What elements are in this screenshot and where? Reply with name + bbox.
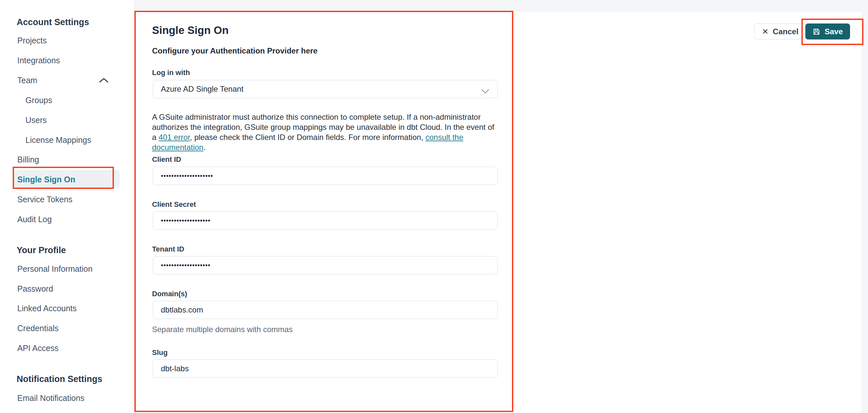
description-text: , please check the Client ID or Domain f… [190,133,426,141]
save-floppy-icon [812,28,820,36]
sidebar-item-api-access[interactable]: API Access [17,344,58,353]
sidebar-item-groups[interactable]: Groups [26,96,52,105]
domains-label: Domain(s) [152,290,187,298]
tenant-id-label: Tenant ID [152,245,184,253]
sidebar-item-license-mappings[interactable]: License Mappings [26,135,91,145]
chevron-down-icon [481,87,490,96]
domains-helper-text: Separate multiple domains with commas [152,325,293,334]
sidebar-section-your-profile: Your Profile [17,245,66,255]
sidebar-section-account-settings: Account Settings [17,17,89,27]
client-id-label: Client ID [152,155,181,164]
sidebar-item-credentials[interactable]: Credentials [17,324,58,333]
page-subtitle: Configure your Authentication Provider h… [152,46,317,56]
sidebar-item-users[interactable]: Users [26,116,46,125]
sidebar-item-projects[interactable]: Projects [17,36,46,45]
client-secret-input[interactable] [153,212,498,230]
login-with-value: Azure AD Single Tenant [161,85,243,94]
provider-description: A GSuite administrator must authorize th… [152,112,501,152]
sidebar-item-integrations[interactable]: Integrations [17,56,60,65]
single-sign-on-panel: Single Sign On Configure your Authentica… [134,12,862,413]
sidebar-item-email-notifications[interactable]: Email Notifications [17,393,85,403]
domains-input[interactable] [153,301,498,319]
401-error-link[interactable]: 401 error [159,133,190,141]
chevron-up-icon[interactable] [99,77,108,85]
sidebar-section-notification-settings: Notification Settings [17,374,102,384]
main-area: Single Sign On Configure your Authentica… [134,0,868,413]
slug-label: Slug [152,348,168,357]
cancel-button-label: Cancel [773,27,799,36]
save-button-label: Save [825,27,843,36]
sidebar-item-personal-information[interactable]: Personal Information [17,264,93,274]
save-button[interactable]: Save [805,24,850,39]
close-icon: ✕ [762,27,769,36]
slug-input[interactable] [153,359,498,378]
description-text: . [203,143,206,152]
tenant-id-input[interactable] [153,256,498,274]
settings-sidebar: Account Settings Projects Integrations T… [0,0,134,413]
sidebar-item-team[interactable]: Team [17,76,37,85]
sidebar-item-audit-log[interactable]: Audit Log [17,215,52,224]
sidebar-item-linked-accounts[interactable]: Linked Accounts [17,304,77,313]
page-title: Single Sign On [152,24,229,36]
login-with-select[interactable]: Azure AD Single Tenant [153,80,498,98]
sidebar-item-service-tokens[interactable]: Service Tokens [17,195,72,204]
login-with-label: Log in with [152,68,190,77]
sidebar-item-single-sign-on[interactable]: Single Sign On [17,175,75,184]
client-id-input[interactable] [153,167,498,185]
sidebar-item-password[interactable]: Password [17,284,53,294]
client-secret-label: Client Secret [152,200,196,209]
sidebar-item-billing[interactable]: Billing [17,155,39,164]
cancel-button[interactable]: ✕ Cancel [754,24,806,39]
